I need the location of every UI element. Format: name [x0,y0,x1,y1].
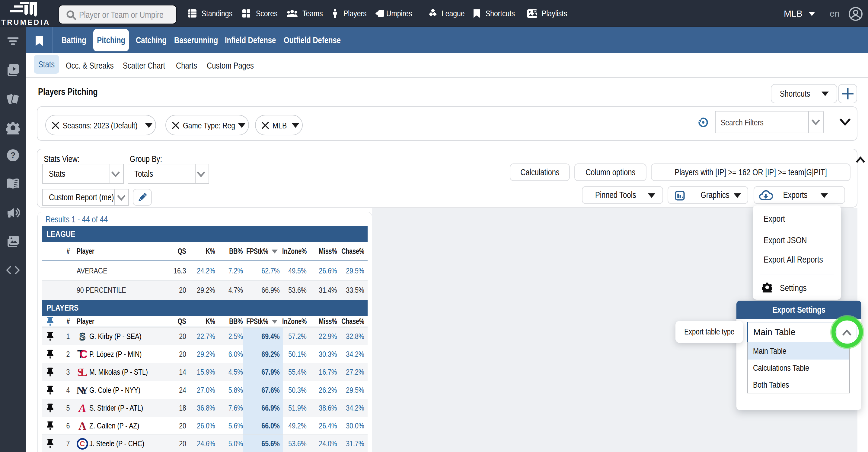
svg-text:?: ? [10,150,16,160]
